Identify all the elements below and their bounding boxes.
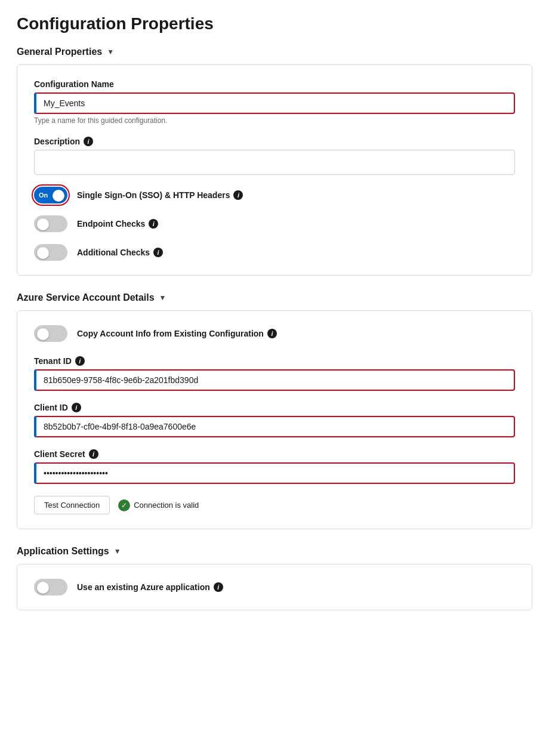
client-secret-label: Client Secret i <box>34 449 515 459</box>
copy-account-info-icon[interactable]: i <box>267 329 277 338</box>
general-properties-card: Configuration Name Type a name for this … <box>17 64 532 276</box>
sso-toggle-on-text: On <box>39 192 48 199</box>
page-title: Configuration Properties <box>17 14 532 33</box>
general-properties-chevron: ▼ <box>107 48 114 56</box>
sso-toggle[interactable]: On <box>34 187 67 203</box>
client-secret-group: Client Secret i <box>34 449 515 484</box>
config-name-hint: Type a name for this guided configuratio… <box>34 116 515 125</box>
client-id-input-wrapper <box>34 416 515 437</box>
valid-icon: ✓ <box>118 499 130 511</box>
test-connection-row: Test Connection ✓ Connection is valid <box>34 496 515 514</box>
endpoint-checks-info-icon[interactable]: i <box>149 219 158 229</box>
use-existing-toggle-track <box>34 579 67 595</box>
tenant-id-input[interactable] <box>34 369 515 391</box>
client-id-info-icon[interactable]: i <box>72 403 81 412</box>
config-name-input-wrapper <box>34 92 515 114</box>
copy-account-description: Copy Account Info from Existing Configur… <box>77 329 277 338</box>
sso-info-icon[interactable]: i <box>233 190 243 200</box>
azure-service-label: Azure Service Account Details <box>17 292 155 303</box>
tenant-id-label: Tenant ID i <box>34 356 515 366</box>
sso-toggle-row: On Single Sign-On (SSO) & HTTP Headers i <box>34 187 515 203</box>
azure-service-chevron: ▼ <box>159 294 166 302</box>
sso-toggle-thumb <box>53 190 64 202</box>
use-existing-toggle-thumb <box>37 582 49 594</box>
tenant-id-info-icon[interactable]: i <box>75 356 85 366</box>
description-info-icon[interactable]: i <box>84 137 93 146</box>
client-secret-input-wrapper <box>34 462 515 484</box>
description-label: Description i <box>34 137 515 146</box>
endpoint-checks-toggle[interactable] <box>34 215 67 232</box>
application-settings-header[interactable]: Application Settings ▼ <box>17 546 532 557</box>
use-existing-info-icon[interactable]: i <box>214 582 223 592</box>
copy-account-toggle-row: Copy Account Info from Existing Configur… <box>34 325 515 342</box>
endpoint-checks-description: Endpoint Checks i <box>77 219 158 229</box>
copy-account-toggle[interactable] <box>34 325 67 342</box>
application-settings-chevron: ▼ <box>114 547 121 556</box>
copy-account-toggle-track <box>34 325 67 342</box>
copy-account-toggle-thumb <box>37 328 49 340</box>
config-name-label: Configuration Name <box>34 79 515 89</box>
azure-service-card: Copy Account Info from Existing Configur… <box>17 310 532 529</box>
client-secret-info-icon[interactable]: i <box>89 449 98 459</box>
additional-checks-info-icon[interactable]: i <box>153 248 163 257</box>
description-input[interactable] <box>34 150 515 175</box>
additional-checks-toggle-row: Additional Checks i <box>34 244 515 261</box>
additional-checks-description: Additional Checks i <box>77 248 163 257</box>
config-name-input[interactable] <box>34 92 515 114</box>
additional-checks-toggle[interactable] <box>34 244 67 261</box>
connection-valid-text: Connection is valid <box>134 501 199 510</box>
connection-valid-indicator: ✓ Connection is valid <box>118 499 199 511</box>
sso-toggle-description: Single Sign-On (SSO) & HTTP Headers i <box>77 190 243 200</box>
test-connection-button[interactable]: Test Connection <box>34 496 110 514</box>
client-id-input[interactable] <box>34 416 515 437</box>
description-group: Description i <box>34 137 515 175</box>
endpoint-checks-toggle-track <box>34 215 67 232</box>
client-id-label: Client ID i <box>34 403 515 412</box>
azure-service-header[interactable]: Azure Service Account Details ▼ <box>17 292 532 303</box>
use-existing-toggle[interactable] <box>34 579 67 595</box>
endpoint-checks-toggle-thumb <box>37 218 49 230</box>
tenant-id-input-wrapper <box>34 369 515 391</box>
application-settings-card: Use an existing Azure application i <box>17 564 532 610</box>
client-secret-input[interactable] <box>34 462 515 484</box>
config-name-group: Configuration Name Type a name for this … <box>34 79 515 125</box>
general-properties-label: General Properties <box>17 47 102 57</box>
tenant-id-group: Tenant ID i <box>34 356 515 391</box>
additional-checks-toggle-track <box>34 244 67 261</box>
endpoint-checks-toggle-row: Endpoint Checks i <box>34 215 515 232</box>
general-properties-header[interactable]: General Properties ▼ <box>17 47 532 57</box>
use-existing-description: Use an existing Azure application i <box>77 582 223 592</box>
use-existing-toggle-row: Use an existing Azure application i <box>34 579 515 595</box>
client-id-group: Client ID i <box>34 403 515 437</box>
sso-toggle-track: On <box>34 187 67 203</box>
additional-checks-toggle-thumb <box>37 247 49 259</box>
application-settings-label: Application Settings <box>17 546 109 557</box>
